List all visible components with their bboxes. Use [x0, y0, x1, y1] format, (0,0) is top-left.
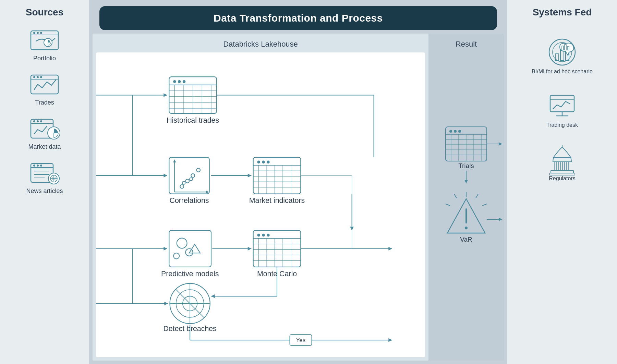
svg-point-78 [262, 234, 265, 237]
center-panel: Data Transformation and Process Databric… [89, 0, 507, 364]
svg-point-10 [33, 120, 35, 122]
svg-point-3 [40, 32, 42, 34]
trades-label: Trades [35, 99, 54, 106]
svg-point-12 [40, 120, 42, 122]
svg-point-31 [183, 80, 186, 83]
svg-line-154 [446, 204, 450, 206]
portfolio-icon [29, 28, 60, 52]
bi-mi-icon [547, 38, 578, 66]
databricks-section: Databricks Lakehouse [93, 34, 428, 361]
systems-panel: Systems Fed BI/MI f [507, 0, 617, 364]
svg-point-8 [40, 76, 42, 78]
svg-marker-158 [499, 142, 502, 146]
svg-point-56 [257, 160, 260, 163]
system-item-trading-desk: Trading desk [546, 92, 578, 128]
svg-point-11 [37, 120, 39, 122]
svg-text:Trials: Trials [458, 162, 474, 169]
source-item-news-articles: News articles [26, 161, 63, 195]
svg-point-133 [454, 130, 457, 133]
svg-text:Yes: Yes [296, 337, 305, 343]
trading-desk-icon [547, 92, 578, 119]
svg-point-15 [33, 165, 35, 167]
svg-line-152 [454, 194, 457, 198]
news-articles-icon [29, 161, 60, 185]
result-title: Result [428, 34, 504, 52]
result-diagram: Trials [428, 51, 504, 361]
svg-point-57 [262, 160, 265, 163]
regulators-icon [547, 145, 578, 173]
market-data-icon [29, 117, 60, 141]
svg-point-161 [549, 39, 575, 65]
svg-point-29 [173, 80, 176, 83]
news-articles-label: News articles [26, 187, 63, 195]
svg-point-79 [267, 234, 270, 237]
svg-text:Correlations: Correlations [170, 196, 209, 205]
svg-line-153 [476, 194, 478, 198]
trials-node: Trials [446, 127, 487, 169]
var-node: VaR [446, 192, 487, 243]
svg-line-155 [482, 204, 487, 206]
svg-rect-164 [560, 50, 564, 61]
svg-point-58 [267, 160, 270, 163]
main-container: Sources Portfolio [0, 0, 617, 364]
sources-title: Sources [26, 7, 64, 18]
source-item-trades: Trades [29, 72, 60, 106]
system-item-regulators: Regulators [547, 145, 578, 182]
svg-rect-174 [558, 162, 560, 170]
svg-point-1 [33, 32, 35, 34]
content-area: Databricks Lakehouse [89, 34, 507, 364]
svg-text:Predictive models: Predictive models [161, 270, 219, 278]
trading-desk-label: Trading desk [546, 122, 578, 128]
source-item-market-data: Market data [28, 117, 61, 150]
header-title: Data Transformation and Process [99, 12, 497, 24]
market-data-label: Market data [28, 143, 61, 150]
svg-point-7 [37, 76, 39, 78]
svg-point-2 [37, 32, 39, 34]
svg-point-16 [37, 165, 39, 167]
databricks-title: Databricks Lakehouse [93, 34, 428, 52]
regulators-label: Regulators [549, 175, 575, 182]
source-item-portfolio: Portfolio [29, 28, 60, 62]
svg-rect-173 [554, 162, 556, 170]
svg-rect-177 [551, 170, 573, 173]
bi-mi-label: BI/MI for ad hoc scenario [532, 69, 593, 75]
trades-icon [29, 72, 60, 96]
sources-panel: Sources Portfolio [0, 0, 89, 364]
svg-point-150 [465, 227, 468, 229]
svg-point-132 [449, 130, 452, 133]
svg-text:Market indicators: Market indicators [249, 196, 305, 205]
svg-rect-27 [96, 62, 425, 348]
result-section: Result [428, 34, 504, 361]
header-bar: Data Transformation and Process [99, 6, 497, 30]
svg-point-77 [257, 234, 260, 237]
svg-point-134 [458, 130, 461, 133]
svg-point-30 [178, 80, 181, 83]
portfolio-label: Portfolio [33, 55, 56, 62]
svg-text:VaR: VaR [460, 236, 472, 243]
svg-rect-176 [567, 162, 569, 170]
system-item-bi-mi: BI/MI for ad hoc scenario [532, 38, 593, 75]
svg-point-6 [33, 76, 35, 78]
svg-point-17 [40, 165, 42, 167]
svg-text:Historical trades: Historical trades [167, 116, 219, 124]
svg-marker-147 [464, 180, 468, 183]
svg-marker-160 [499, 218, 502, 221]
flow-diagram: Historical trades [96, 52, 425, 357]
systems-title: Systems Fed [533, 7, 592, 18]
svg-rect-175 [562, 162, 565, 170]
svg-rect-169 [550, 95, 574, 112]
